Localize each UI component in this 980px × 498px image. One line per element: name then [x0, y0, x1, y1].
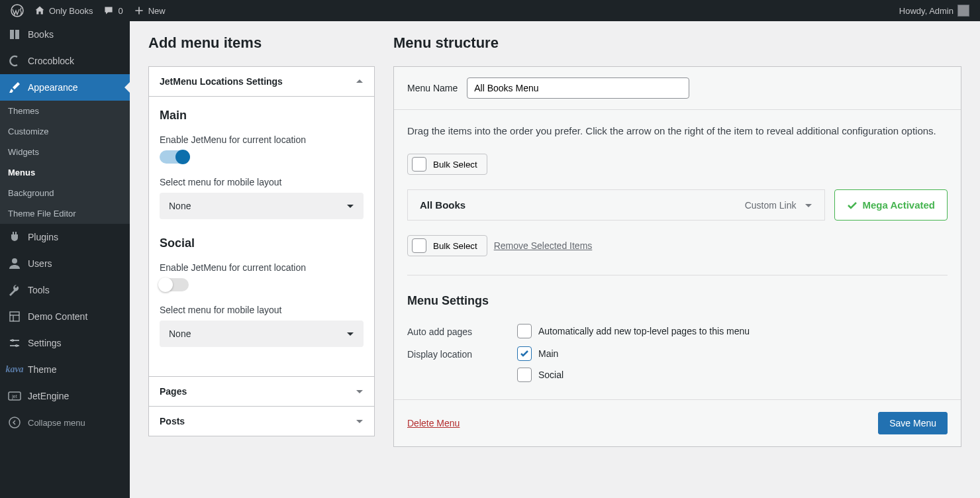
- pages-metabox-title: Pages: [160, 386, 187, 397]
- svg-point-7: [9, 417, 20, 428]
- wp-logo[interactable]: [5, 0, 29, 21]
- kava-icon: kava: [8, 363, 21, 376]
- pages-metabox: Pages: [148, 376, 375, 407]
- menu-structure-panel: Menu Name Drag the items into the order …: [393, 66, 961, 447]
- location-main: Main Enable JetMenu for current location…: [160, 109, 364, 219]
- caret-down-icon: [356, 417, 364, 425]
- sidebar-item-kava-theme[interactable]: kavaTheme: [0, 356, 130, 383]
- sub-widgets[interactable]: Widgets: [0, 142, 130, 162]
- sub-menus[interactable]: Menus: [0, 162, 130, 183]
- enable-jetmenu-toggle-main[interactable]: [160, 150, 189, 164]
- adminbar: Only Books 0 New Howdy, Admin: [0, 0, 980, 21]
- mega-activated-badge[interactable]: Mega Activated: [834, 189, 948, 221]
- loc-social-checkbox: [517, 368, 532, 382]
- admin-sidebar: Books Crocoblock Appearance Themes Custo…: [0, 21, 130, 498]
- sidebar-item-tools[interactable]: Tools: [0, 277, 130, 303]
- sub-themes[interactable]: Themes: [0, 101, 130, 121]
- enable-jetmenu-label-social: Enable JetMenu for current location: [160, 262, 364, 273]
- enable-jetmenu-label-main: Enable JetMenu for current location: [160, 134, 364, 145]
- collapse-icon: [8, 416, 21, 429]
- mobile-layout-select-social[interactable]: None: [160, 321, 364, 347]
- appearance-submenu: Themes Customize Widgets Menus Backgroun…: [0, 101, 130, 224]
- location-social-title: Social: [160, 236, 364, 250]
- menu-name-input[interactable]: [467, 77, 689, 99]
- auto-add-label: Auto add pages: [407, 324, 517, 337]
- sidebar-item-jetengine[interactable]: jetJetEngine: [0, 383, 130, 409]
- crocoblock-icon: [8, 54, 21, 68]
- posts-metabox-toggle[interactable]: Posts: [149, 407, 374, 436]
- svg-text:jet: jet: [11, 394, 17, 399]
- bulk-select-top[interactable]: Bulk Select: [407, 154, 487, 175]
- mobile-layout-select-main[interactable]: None: [160, 193, 364, 219]
- home-icon: [34, 5, 45, 16]
- user-icon: [8, 257, 21, 270]
- check-icon: [847, 200, 858, 211]
- location-social: Social Enable JetMenu for current locati…: [160, 236, 364, 347]
- svg-point-1: [12, 258, 17, 264]
- location-main-title: Main: [160, 109, 364, 123]
- comment-icon: [103, 5, 114, 16]
- menu-item-all-books[interactable]: All Books Custom Link: [407, 189, 825, 221]
- jetmenu-metabox-title: JetMenu Locations Settings: [160, 76, 283, 87]
- bulk-check-bottom: [412, 238, 426, 253]
- auto-add-checkbox-row[interactable]: Automatically add new top-level pages to…: [517, 324, 750, 338]
- sliders-icon: [8, 336, 21, 350]
- plus-icon: [134, 5, 144, 16]
- sub-background[interactable]: Background: [0, 183, 130, 203]
- comments-link[interactable]: 0: [98, 0, 128, 21]
- demo-icon: [8, 310, 21, 323]
- howdy-link[interactable]: Howdy, Admin: [894, 0, 975, 21]
- mobile-layout-label-social: Select menu for mobile layout: [160, 305, 364, 315]
- svg-rect-2: [10, 312, 19, 321]
- loc-main-checkbox: [517, 346, 532, 361]
- loc-social-checkbox-row[interactable]: Social: [517, 368, 564, 382]
- menu-item-type: Custom Link: [745, 200, 812, 211]
- posts-metabox-title: Posts: [160, 416, 185, 426]
- sidebar-item-plugins[interactable]: Plugins: [0, 224, 130, 250]
- sidebar-item-users[interactable]: Users: [0, 250, 130, 277]
- site-name-link[interactable]: Only Books: [29, 0, 98, 21]
- menu-settings-heading: Menu Settings: [407, 294, 948, 308]
- pages-metabox-toggle[interactable]: Pages: [149, 377, 374, 406]
- brush-icon: [8, 81, 21, 94]
- jet-icon: jet: [8, 389, 21, 403]
- collapse-menu[interactable]: Collapse menu: [0, 409, 130, 436]
- auto-add-checkbox: [517, 324, 532, 338]
- caret-down-icon: [805, 201, 812, 209]
- caret-down-icon: [356, 387, 364, 395]
- jetmenu-metabox: JetMenu Locations Settings Main Enable J…: [148, 66, 375, 377]
- sidebar-item-crocoblock[interactable]: Crocoblock: [0, 48, 130, 74]
- caret-up-icon: [356, 77, 364, 85]
- enable-jetmenu-toggle-social[interactable]: [160, 278, 189, 291]
- mobile-layout-label-main: Select menu for mobile layout: [160, 177, 364, 187]
- instructions-text: Drag the items into the order you prefer…: [407, 123, 948, 139]
- wrench-icon: [8, 283, 21, 297]
- delete-menu-link[interactable]: Delete Menu: [407, 418, 460, 428]
- menu-item-name: All Books: [420, 199, 466, 211]
- sidebar-item-demo-content[interactable]: Demo Content: [0, 303, 130, 330]
- jetmenu-metabox-toggle[interactable]: JetMenu Locations Settings: [149, 67, 374, 97]
- sidebar-item-books[interactable]: Books: [0, 21, 130, 48]
- loc-main-checkbox-row[interactable]: Main: [517, 346, 564, 361]
- posts-metabox: Posts: [148, 406, 375, 436]
- book-icon: [8, 28, 21, 41]
- menu-name-label: Menu Name: [407, 83, 458, 93]
- sidebar-item-appearance[interactable]: Appearance: [0, 74, 130, 101]
- avatar: [957, 5, 969, 17]
- add-menu-items-heading: Add menu items: [148, 34, 375, 52]
- new-link[interactable]: New: [128, 0, 171, 21]
- svg-point-3: [11, 339, 14, 342]
- bulk-check-top: [412, 157, 426, 172]
- sidebar-item-settings[interactable]: Settings: [0, 330, 130, 356]
- svg-point-4: [15, 344, 18, 347]
- sub-theme-file-editor[interactable]: Theme File Editor: [0, 203, 130, 224]
- save-menu-button[interactable]: Save Menu: [878, 412, 948, 434]
- bulk-select-bottom[interactable]: Bulk Select: [407, 235, 487, 256]
- remove-selected-link[interactable]: Remove Selected Items: [494, 240, 593, 251]
- sub-customize[interactable]: Customize: [0, 121, 130, 142]
- plug-icon: [8, 230, 21, 244]
- menu-structure-heading: Menu structure: [393, 34, 961, 52]
- display-location-label: Display location: [407, 346, 517, 360]
